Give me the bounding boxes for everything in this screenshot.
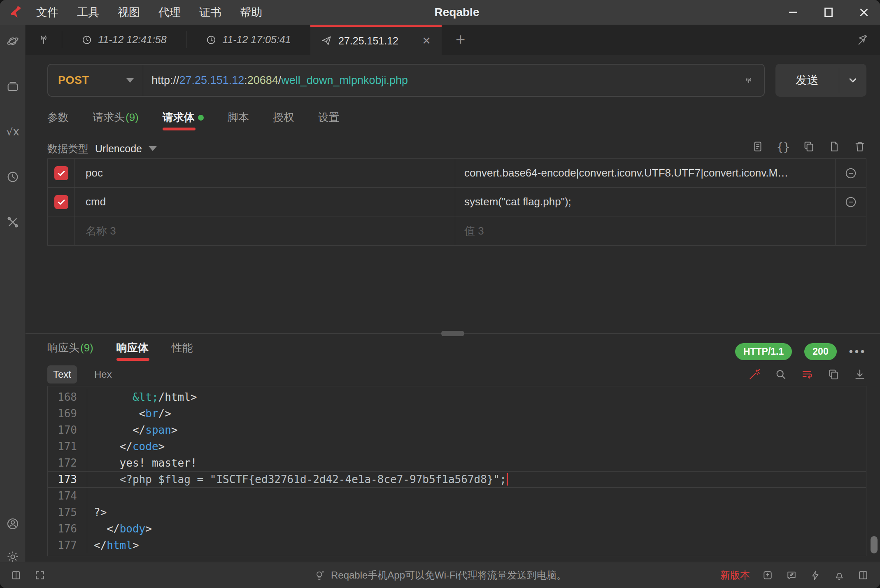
capture-disabled-icon[interactable]	[856, 25, 869, 55]
checkbox-cell[interactable]	[48, 159, 75, 187]
line-number: 170	[48, 422, 87, 438]
table-row-2: 名称 3值 3	[48, 216, 866, 245]
checkbox-checked[interactable]	[54, 195, 68, 209]
magic-wand-icon[interactable]	[748, 368, 761, 381]
minimize-button[interactable]	[786, 5, 800, 19]
file-icon[interactable]	[828, 140, 841, 153]
close-button[interactable]	[857, 5, 871, 19]
menu-item-1[interactable]: 工具	[77, 5, 99, 20]
menu-item-0[interactable]: 文件	[36, 5, 58, 20]
feedback-icon[interactable]	[785, 569, 798, 581]
tab-active-request[interactable]: 27.25.151.12 ✕	[310, 25, 442, 55]
request-tab-3[interactable]: 脚本	[228, 110, 249, 130]
request-tab-2[interactable]: 请求体	[163, 110, 204, 130]
param-name: poc	[86, 167, 103, 179]
line-content: </html>	[87, 537, 139, 553]
response-tab-2[interactable]: 性能	[172, 341, 193, 361]
code-segment	[94, 424, 133, 436]
capture-antenna-icon[interactable]	[26, 25, 62, 55]
send-options-button[interactable]	[839, 64, 866, 97]
request-tab-4[interactable]: 授权	[273, 110, 294, 130]
request-body-table: pocconvert.base64-encode|convert.iconv.U…	[47, 158, 866, 246]
fit-screen-icon[interactable]	[34, 569, 46, 581]
update-icon[interactable]	[761, 569, 774, 581]
line-content: </body>	[87, 521, 152, 537]
more-options-icon[interactable]: •••	[849, 345, 866, 358]
method-dropdown[interactable]: POST	[48, 65, 143, 96]
name-cell[interactable]: cmd	[75, 188, 455, 216]
menu-item-3[interactable]: 代理	[158, 5, 181, 20]
param-value: convert.base64-encode|convert.iconv.UTF8…	[464, 167, 788, 179]
line-number: 176	[48, 521, 87, 537]
name-cell[interactable]: poc	[75, 159, 455, 187]
code-segment: </	[107, 523, 119, 535]
word-wrap-icon[interactable]	[801, 368, 814, 381]
trash-icon[interactable]	[853, 140, 866, 153]
line-number: 169	[48, 405, 87, 422]
url-antenna-icon[interactable]	[743, 74, 755, 86]
formula-icon[interactable]: √x	[0, 120, 26, 143]
send-button[interactable]: 发送	[775, 64, 839, 97]
bulk-edit-icon[interactable]	[751, 140, 764, 153]
remove-row-icon[interactable]	[845, 196, 857, 208]
menubar: 文件工具视图代理证书帮助 Reqable	[0, 0, 880, 25]
response-tab-1[interactable]: 响应体	[116, 341, 149, 361]
splitter-handle[interactable]	[441, 331, 464, 336]
request-tabs: 参数请求头(9)请求体脚本授权设置	[47, 110, 340, 130]
view-mode-hex[interactable]: Hex	[88, 365, 118, 383]
code-line-174: 174	[48, 488, 866, 504]
value-cell[interactable]: system("cat flag.php");	[455, 188, 836, 216]
copy-icon[interactable]	[827, 368, 840, 381]
search-icon[interactable]	[774, 368, 787, 381]
response-tab-0[interactable]: 响应头(9)	[47, 341, 93, 361]
copy-icon[interactable]	[802, 140, 815, 153]
code-line-171: 171 </code>	[48, 438, 866, 455]
request-tab-0[interactable]: 参数	[47, 110, 69, 130]
account-icon[interactable]	[0, 512, 26, 535]
request-tab-1[interactable]: 请求头(9)	[93, 110, 139, 130]
maximize-button[interactable]	[822, 5, 836, 19]
response-body-code[interactable]: 168 &lt;/html>169 <br/>170 </span>171 </…	[47, 386, 866, 556]
menu-item-4[interactable]: 证书	[199, 5, 221, 20]
active-tab-underline	[163, 128, 196, 130]
menu-item-5[interactable]: 帮助	[240, 5, 262, 20]
new-version-link[interactable]: 新版本	[720, 569, 750, 582]
code-line-168: 168 &lt;/html>	[48, 389, 866, 405]
notifications-bell-icon[interactable]	[833, 569, 845, 581]
scrollbar-thumb[interactable]	[871, 536, 878, 553]
menu-item-2[interactable]: 视图	[118, 5, 140, 20]
traffic-planet-icon[interactable]	[0, 30, 26, 53]
collections-icon[interactable]	[0, 75, 26, 98]
name-cell[interactable]: 名称 3	[75, 216, 455, 245]
tab-history-1[interactable]: 11-12 17:05:41	[186, 25, 310, 55]
braces-icon[interactable]: {}	[777, 140, 790, 153]
checkbox-cell[interactable]	[48, 216, 75, 245]
history-icon[interactable]	[0, 165, 26, 188]
value-cell[interactable]: convert.base64-encode|convert.iconv.UTF8…	[455, 159, 836, 187]
request-tab-5[interactable]: 设置	[318, 110, 340, 130]
clock-icon	[81, 35, 92, 45]
remove-row-icon[interactable]	[845, 167, 857, 179]
flash-icon[interactable]	[809, 569, 822, 581]
download-icon[interactable]	[853, 368, 866, 381]
code-line-175: 175?>	[48, 504, 866, 521]
line-content	[87, 488, 94, 504]
new-tab-button[interactable]: +	[456, 25, 465, 55]
checkbox-checked[interactable]	[54, 166, 68, 180]
code-segment: &lt;	[133, 391, 158, 403]
response-tabs: 响应头(9)响应体性能	[47, 341, 193, 361]
active-tab-underline	[116, 358, 149, 361]
datatype-dropdown[interactable]: 数据类型 Urlencode	[47, 139, 157, 158]
code-segment: >	[158, 440, 165, 453]
code-segment	[94, 473, 120, 486]
layout-columns-icon[interactable]	[857, 569, 869, 581]
value-cell[interactable]: 值 3	[455, 216, 836, 245]
tab-label: 响应体	[116, 341, 149, 355]
tools-icon[interactable]	[0, 211, 26, 234]
checkbox-cell[interactable]	[48, 188, 75, 216]
url-input[interactable]: http://27.25.151.12:20684/well_down_mlpn…	[143, 74, 408, 87]
tab-history-0[interactable]: 11-12 12:41:58	[62, 25, 186, 55]
view-mode-text[interactable]: Text	[47, 365, 77, 383]
panel-toggle-icon[interactable]	[10, 569, 22, 581]
tab-close-icon[interactable]: ✕	[422, 35, 431, 46]
